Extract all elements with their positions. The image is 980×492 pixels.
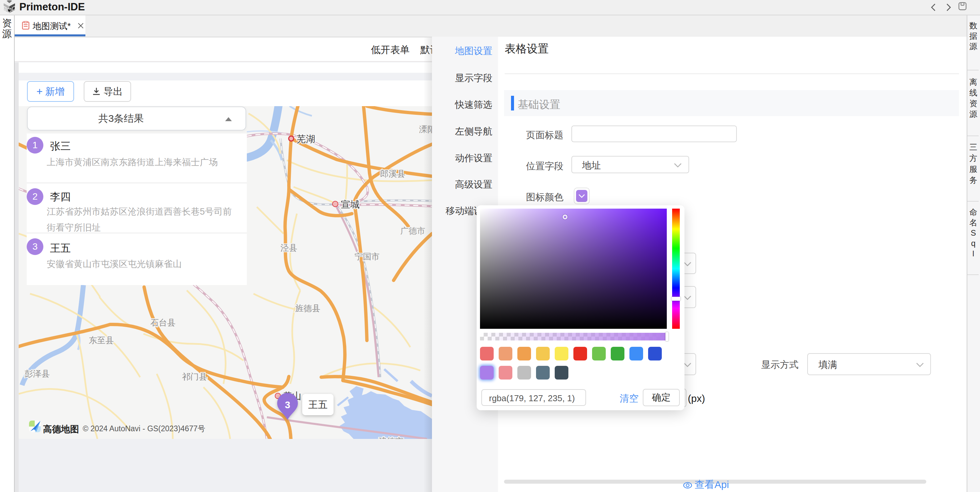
- svg-text:3: 3: [285, 399, 290, 410]
- svg-text:东至县: 东至县: [89, 335, 114, 345]
- svg-text:旌德县: 旌德县: [295, 304, 320, 313]
- svg-text:高德地图: 高德地图: [43, 424, 79, 434]
- svg-text:王五: 王五: [308, 399, 328, 410]
- svg-text:祁门县: 祁门县: [182, 372, 207, 381]
- svg-text:广德市: 广德市: [400, 226, 425, 235]
- svg-text:宣城: 宣城: [341, 199, 360, 209]
- svg-text:建德市: 建德市: [378, 436, 404, 439]
- svg-text:郎溪县: 郎溪县: [380, 169, 405, 178]
- svg-text:彭泽县: 彭泽县: [25, 369, 50, 378]
- svg-text:泾县: 泾县: [280, 243, 297, 252]
- svg-text:芜湖: 芜湖: [296, 134, 315, 144]
- svg-text:宁国市: 宁国市: [355, 252, 380, 261]
- svg-text:© 2024 AutoNavi - GS(2023)4677: © 2024 AutoNavi - GS(2023)4677号: [83, 424, 205, 433]
- svg-text:石台县: 石台县: [150, 318, 175, 327]
